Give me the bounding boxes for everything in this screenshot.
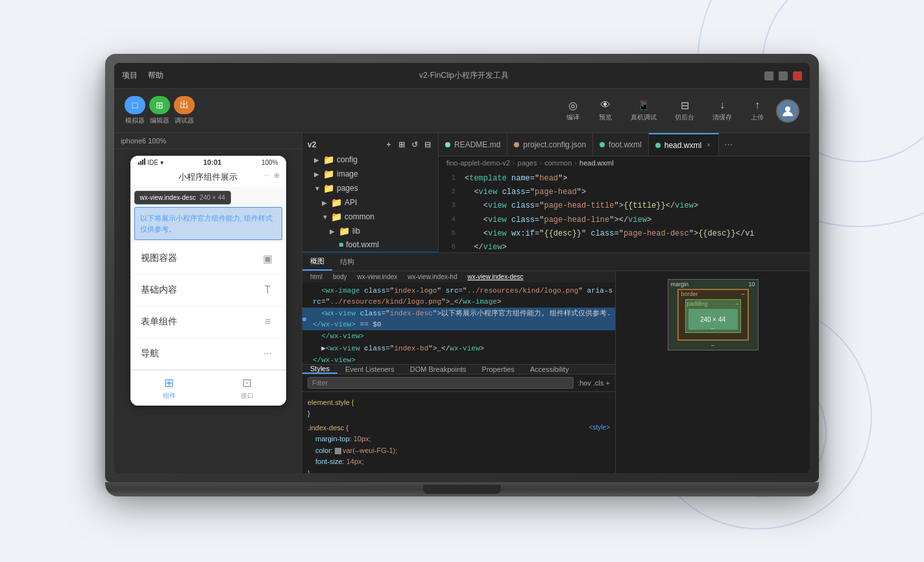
source-line-2: <wx-view class="index-desc">以下将展示小程序官方组件… [302,308,615,330]
tree-new-file[interactable]: + [383,140,394,150]
menu-item-help[interactable]: 帮助 [148,70,164,81]
styles-section: element.style { } .index-desc { <style> [302,392,615,474]
compile-icon: ◎ [566,99,580,111]
tree-item-lib[interactable]: ▶ 📁 lib [302,224,438,238]
style-prop: margin-top [315,435,350,443]
user-avatar[interactable] [776,99,799,123]
bottom-tab-structure[interactable]: 结构 [332,253,362,271]
tree-item-label: pages [337,184,358,193]
menu-item-label: 导航 [141,348,159,360]
bottom-tab-overview[interactable]: 概图 [302,253,332,271]
tab-head-wxml[interactable]: head.wxml × [649,133,719,156]
tab-label-project: project.config.json [523,140,586,149]
tree-item-api[interactable]: ▶ 📁 API [302,195,438,210]
line-number: 3 [439,200,462,212]
tree-actions: + ⊞ ↺ ⊟ [383,140,433,150]
tab-close-icon[interactable]: × [705,140,712,150]
menu-item-basic-content[interactable]: 基础内容 T [130,275,286,306]
laptop: 项目 帮助 v2-FinClip小程序开发工具 □ 模拟器 [105,54,819,508]
menu-item-nav[interactable]: 导航 ··· [130,338,286,370]
tree-item-foot-wxml[interactable]: ■ foot.wxml [302,238,438,251]
menu-item-label: 基础内容 [141,284,177,296]
editor-icon: ⊞ [149,96,170,114]
tree-refresh[interactable]: ↺ [409,140,420,150]
elements-tag-html[interactable]: html [308,273,325,281]
titlebar-dots[interactable]: ··· [263,171,269,180]
minimize-button[interactable] [764,71,773,80]
editor-mode-button[interactable]: ⊞ 编辑器 [149,96,170,125]
close-button[interactable] [793,71,802,80]
app-title: v2-FinClip小程序开发工具 [164,70,764,81]
tree-item-pages[interactable]: ▼ 📁 pages [302,181,438,195]
debug-mode-button[interactable]: 出 调试器 [174,96,195,125]
highlighted-block: 以下将展示小程序官方组件能力, 组件样式仅供参考。 [134,207,282,240]
file-tree: v2 + ⊞ ↺ ⊟ ▶ 📁 [302,133,439,252]
preview-button[interactable]: 👁 预览 [592,97,619,125]
folder-icon: 📁 [339,226,350,236]
titlebar-expand[interactable]: ⊕ [274,171,280,180]
menu-item-view-container[interactable]: 视图容器 ▣ [130,243,286,275]
mode-buttons: □ 模拟器 ⊞ 编辑器 出 调试器 [125,96,195,125]
tree-item-common[interactable]: ▼ 📁 common [302,210,438,224]
simulator-mode-button[interactable]: □ 模拟器 [125,96,145,125]
breadcrumb: fino-applet-demo-v2 › pages › common › h… [439,156,810,169]
nav-api[interactable]: ⊡ 接口 [208,371,286,406]
chevron-down-icon: ▼ [322,214,328,221]
tab-dot-json [514,142,519,147]
tree-item-config[interactable]: ▶ 📁 config [302,153,438,167]
elements-tag-wx-view-index-desc[interactable]: wx-view.index-desc [465,273,526,281]
styles-tab-styles[interactable]: Styles [302,365,337,374]
source-line-1: <wx-image class="index-logo" src="../res… [302,285,615,308]
source-content: </wx-view> [308,331,364,342]
real-test-button[interactable]: 📱 真机调试 [624,97,663,125]
styles-tab-props[interactable]: Properties [474,365,522,374]
tab-readme[interactable]: README.md [439,133,507,156]
folder-icon: 📁 [323,183,334,193]
tree-item-image[interactable]: ▶ 📁 image [302,167,438,181]
tab-project-config[interactable]: project.config.json [507,133,593,156]
status-signal: IDE ▾ [138,158,164,166]
tab-dot-wxml-active [655,143,661,148]
tree-new-folder[interactable]: ⊞ [396,140,407,150]
elements-tag-body[interactable]: body [330,273,350,281]
simulator-label: 模拟器 [125,116,145,125]
line-indicator-active [302,308,308,330]
elements-bar: html body wx-view.index wx-view.index-hd… [302,271,615,282]
styles-tab-events[interactable]: Event Listeners [337,365,402,374]
tab-overflow-menu[interactable]: ··· [719,139,738,151]
tab-foot-wxml[interactable]: foot.wxml [593,133,649,156]
app-titlebar: 项目 帮助 v2-FinClip小程序开发工具 [114,63,810,89]
code-editor[interactable]: 1 <template name="head"> 2 <view class="… [439,169,810,252]
compile-label: 编译 [566,113,579,122]
menu-item-project[interactable]: 项目 [122,70,138,81]
breadcrumb-file: head.wxml [579,159,614,167]
preview-label: 预览 [599,113,612,122]
compile-button[interactable]: ◎ 编译 [559,97,587,125]
code-line-1: 1 <template name="head"> [439,172,810,186]
tab-dot-wxml [600,142,605,147]
editor-section: v2 + ⊞ ↺ ⊟ ▶ 📁 [302,133,810,473]
styles-filter-input[interactable] [308,377,574,389]
elements-tag-wx-view-index-hd[interactable]: wx-view.index-hd [405,273,459,281]
background-button[interactable]: ⊟ 切后台 [668,97,701,125]
pseudo-filter[interactable]: :hov .cls + [578,379,610,387]
breadcrumb-root: fino-applet-demo-v2 [446,159,510,167]
line-content: <view class="page-head-line"></view> [462,214,651,226]
source-panel[interactable]: <wx-image class="index-logo" src="../res… [302,282,615,364]
nav-component[interactable]: ⊞ 组件 [130,371,208,406]
menu-item-form[interactable]: 表单组件 ≡ [130,306,286,338]
clear-cache-button[interactable]: ↓ 清缓存 [706,97,738,125]
style-value: 14px; [346,458,364,465]
chevron-right-icon: ▶ [322,199,328,206]
box-model-outer: margin 10 border – paddi [668,279,759,350]
styles-tab-dom[interactable]: DOM Breakpoints [402,365,474,374]
maximize-button[interactable] [779,71,788,80]
elements-tag-wx-view-index[interactable]: wx-view.index [355,273,400,281]
folder-icon: 📁 [331,212,342,222]
tree-item-label: image [337,169,358,178]
styles-tab-accessibility[interactable]: Accessibility [522,365,577,374]
tree-collapse[interactable]: ⊟ [422,140,433,150]
style-source-link[interactable]: <style> [589,422,610,433]
upload-button[interactable]: ↑ 上传 [744,97,771,125]
editor-label: 编辑器 [150,116,169,125]
